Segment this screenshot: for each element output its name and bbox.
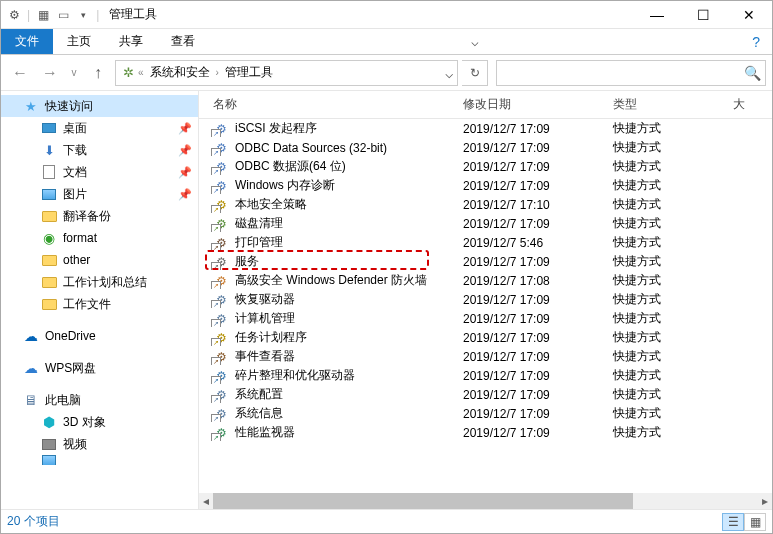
sidebar-quick-access[interactable]: ★ 快速访问	[1, 95, 198, 117]
refresh-button[interactable]: ↻	[462, 60, 488, 86]
sidebar-workplan[interactable]: 工作计划和总结	[1, 271, 198, 293]
maximize-button[interactable]: ☐	[680, 1, 726, 29]
file-type: 快捷方式	[605, 329, 725, 346]
file-row[interactable]: ⚙本地安全策略2019/12/7 17:10快捷方式	[199, 195, 772, 214]
new-folder-icon[interactable]: ▭	[54, 6, 72, 24]
file-name: 系统配置	[235, 386, 283, 403]
search-input[interactable]	[501, 65, 744, 81]
file-row[interactable]: ⚙高级安全 Windows Defender 防火墙2019/12/7 17:0…	[199, 271, 772, 290]
ribbon-expand-icon[interactable]: ⌵	[459, 29, 491, 54]
file-name: 服务	[235, 253, 259, 270]
file-row[interactable]: ⚙性能监视器2019/12/7 17:09快捷方式	[199, 423, 772, 442]
file-name-cell: ⚙服务	[199, 253, 457, 270]
sidebar-label: 工作计划和总结	[63, 274, 147, 291]
file-row[interactable]: ⚙计算机管理2019/12/7 17:09快捷方式	[199, 309, 772, 328]
file-row[interactable]: ⚙事件查看器2019/12/7 17:09快捷方式	[199, 347, 772, 366]
file-row[interactable]: ⚙ODBC Data Sources (32-bit)2019/12/7 17:…	[199, 138, 772, 157]
file-name: iSCSI 发起程序	[235, 120, 317, 137]
details-view-button[interactable]: ☰	[722, 513, 744, 531]
sidebar-other[interactable]: other	[1, 249, 198, 271]
tab-home[interactable]: 主页	[53, 29, 105, 54]
icons-view-button[interactable]: ▦	[744, 513, 766, 531]
address-dropdown-icon[interactable]: ⌵	[445, 65, 453, 81]
sidebar-label: 图片	[63, 186, 87, 203]
nav-history-dropdown[interactable]: v	[67, 60, 81, 86]
column-name[interactable]: 名称	[199, 96, 457, 113]
sidebar-pictures[interactable]: 图片 📌	[1, 183, 198, 205]
sidebar-wps[interactable]: ☁ WPS网盘	[1, 357, 198, 379]
tab-view[interactable]: 查看	[157, 29, 209, 54]
file-name-cell: ⚙计算机管理	[199, 310, 457, 327]
file-type: 快捷方式	[605, 310, 725, 327]
file-row[interactable]: ⚙任务计划程序2019/12/7 17:09快捷方式	[199, 328, 772, 347]
address-bar[interactable]: ✲ « 系统和安全 › 管理工具 ⌵	[115, 60, 458, 86]
sidebar-onedrive[interactable]: ☁ OneDrive	[1, 325, 198, 347]
file-type: 快捷方式	[605, 177, 725, 194]
nav-up-button[interactable]: ↑	[85, 60, 111, 86]
file-row[interactable]: ⚙Windows 内存诊断2019/12/7 17:09快捷方式	[199, 176, 772, 195]
sidebar-documents[interactable]: 文档 📌	[1, 161, 198, 183]
sidebar-fanyi[interactable]: 翻译备份	[1, 205, 198, 227]
breadcrumb-prefix-sep[interactable]: «	[138, 67, 144, 78]
qat-dropdown-icon[interactable]: ▾	[74, 6, 92, 24]
shortcut-icon: ⚙	[213, 140, 229, 156]
file-list[interactable]: ⚙iSCSI 发起程序2019/12/7 17:09快捷方式⚙ODBC Data…	[199, 119, 772, 493]
tab-share[interactable]: 共享	[105, 29, 157, 54]
column-date[interactable]: 修改日期	[457, 96, 605, 113]
breadcrumb-sep-icon[interactable]: ›	[216, 67, 219, 78]
sidebar-label: 文档	[63, 164, 87, 181]
navigation-pane[interactable]: ★ 快速访问 桌面 📌 ⬇ 下载 📌 文档 📌 图片 📌	[1, 91, 199, 509]
video-icon	[41, 436, 57, 452]
folder-icon	[41, 296, 57, 312]
file-row[interactable]: ⚙iSCSI 发起程序2019/12/7 17:09快捷方式	[199, 119, 772, 138]
file-name-cell: ⚙ODBC Data Sources (32-bit)	[199, 140, 457, 156]
search-box[interactable]: 🔍	[496, 60, 766, 86]
horizontal-scrollbar[interactable]: ◂ ▸	[199, 493, 772, 509]
search-icon[interactable]: 🔍	[744, 65, 761, 81]
file-name-cell: ⚙性能监视器	[199, 424, 457, 441]
shortcut-icon: ⚙	[213, 178, 229, 194]
sidebar-workfiles[interactable]: 工作文件	[1, 293, 198, 315]
column-size[interactable]: 大	[725, 96, 772, 113]
sidebar-label: 工作文件	[63, 296, 111, 313]
folder-icon	[41, 274, 57, 290]
file-row[interactable]: ⚙系统配置2019/12/7 17:09快捷方式	[199, 385, 772, 404]
column-type[interactable]: 类型	[605, 96, 725, 113]
sidebar-3d-objects[interactable]: ⬢ 3D 对象	[1, 411, 198, 433]
close-button[interactable]: ✕	[726, 1, 772, 29]
file-name: ODBC Data Sources (32-bit)	[235, 141, 387, 155]
sidebar-desktop[interactable]: 桌面 📌	[1, 117, 198, 139]
file-date: 2019/12/7 17:09	[457, 312, 605, 326]
file-row[interactable]: ⚙服务2019/12/7 17:09快捷方式	[199, 252, 772, 271]
tab-file[interactable]: 文件	[1, 29, 53, 54]
sidebar-videos[interactable]: 视频	[1, 433, 198, 455]
sidebar-label: 视频	[63, 436, 87, 453]
file-row[interactable]: ⚙碎片整理和优化驱动器2019/12/7 17:09快捷方式	[199, 366, 772, 385]
pin-icon: 📌	[178, 166, 192, 179]
shortcut-icon: ⚙	[213, 387, 229, 403]
nav-back-button[interactable]: ←	[7, 60, 33, 86]
file-name: 恢复驱动器	[235, 291, 295, 308]
file-row[interactable]: ⚙磁盘清理2019/12/7 17:09快捷方式	[199, 214, 772, 233]
shortcut-icon: ⚙	[213, 368, 229, 384]
help-button[interactable]: ?	[740, 29, 772, 54]
nav-forward-button[interactable]: →	[37, 60, 63, 86]
breadcrumb-item-0[interactable]: 系统和安全	[146, 64, 214, 81]
sidebar-downloads[interactable]: ⬇ 下载 📌	[1, 139, 198, 161]
sidebar-more[interactable]	[1, 455, 198, 465]
properties-icon[interactable]: ▦	[34, 6, 52, 24]
minimize-button[interactable]: —	[634, 1, 680, 29]
shortcut-icon: ⚙	[213, 159, 229, 175]
sidebar-format[interactable]: ◉ format	[1, 227, 198, 249]
onedrive-icon: ☁	[23, 328, 39, 344]
shortcut-icon: ⚙	[213, 121, 229, 137]
file-name: 本地安全策略	[235, 196, 307, 213]
file-row[interactable]: ⚙恢复驱动器2019/12/7 17:09快捷方式	[199, 290, 772, 309]
file-row[interactable]: ⚙打印管理2019/12/7 5:46快捷方式	[199, 233, 772, 252]
wps-icon: ☁	[23, 360, 39, 376]
file-row[interactable]: ⚙ODBC 数据源(64 位)2019/12/7 17:09快捷方式	[199, 157, 772, 176]
folder-icon	[41, 208, 57, 224]
file-row[interactable]: ⚙系统信息2019/12/7 17:09快捷方式	[199, 404, 772, 423]
sidebar-thispc[interactable]: 🖥 此电脑	[1, 389, 198, 411]
breadcrumb-item-1[interactable]: 管理工具	[221, 64, 277, 81]
